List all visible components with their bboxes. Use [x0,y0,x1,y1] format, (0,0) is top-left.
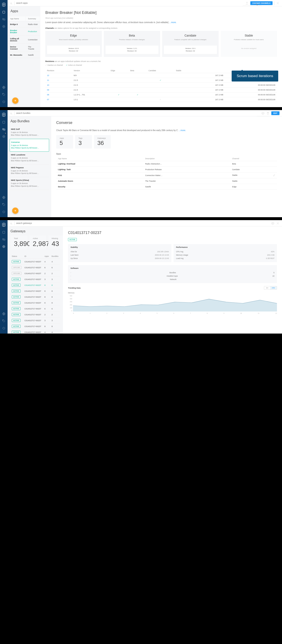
add-fab[interactable] [12,98,18,104]
app-row[interactable]: Breaker BreakerProduction [8,28,40,36]
nav-bundles-icon[interactable] [2,238,5,241]
revision-row[interactable]: 092.2.3167.2 MB00:00:00 09/23/2108 [45,88,277,92]
nav-bundles-icon[interactable] [2,18,5,21]
gateway-row[interactable]: OFFLINEC014013717-0023722 [10,270,60,276]
nav-gateways-icon[interactable] [2,25,5,28]
panel-title: Apps [7,9,40,16]
revision-row[interactable]: 071.0.1✓167.2 MB00:00:00 09/23/2108 [45,97,277,102]
revision-row[interactable]: 081.2.3+1…701✓✓167.2 MB00:00:00 09/23/21… [45,92,277,97]
software-row[interactable]: Network [70,278,275,281]
gateways-panel: Gateways Total3,890Active2,987Missing43 … [7,226,63,334]
nav-bundles-icon[interactable] [2,128,5,131]
search-input[interactable] [16,222,270,224]
gateway-row[interactable]: ACTIVEC014013717-0023744 [10,329,60,334]
gateway-row[interactable]: ACTIVEC014013717-0023733 [10,318,60,324]
app-row[interactable]: Lighting: OverheadRadio Abstraction…Beta [56,161,277,167]
nav-power-icon[interactable] [2,100,5,103]
bundle-item[interactable]: Converse5 apps on 36 devicesBlue Ribbon … [10,139,49,152]
revision-row[interactable]: 102.2.3167.2 MB00:00:00 09/23/2108 [45,83,277,88]
toggle-1hr[interactable]: 1hr [264,286,270,290]
screen-gateways: Gateways Total3,890Active2,987Missing43 … [0,220,282,334]
gateway-row[interactable]: ACTIVEC014013717-0023733 [10,276,60,282]
column-header: Revision [45,68,72,73]
edit-icon[interactable] [273,174,275,176]
svg-point-24 [10,223,12,224]
gateway-row[interactable]: OFFLINEC014013717-0023766 [10,265,60,270]
app-row[interactable]: SecuritySatellitEdge [56,184,277,190]
app-row[interactable]: Mr. MeeseeksSatellit [8,52,40,58]
logo-icon [2,223,6,227]
add-icon[interactable] [271,222,275,225]
nav-globe-icon[interactable] [2,86,5,89]
sidebar [0,110,7,217]
bundle-stats: Apps5Tags3Gateways36 [56,135,277,148]
channel-card[interactable]: BetaPreview release of tested changesVer… [104,31,160,57]
software-row[interactable]: Bundles5 [70,271,275,274]
gateway-row[interactable]: ACTIVEC014013717-0023766 [10,306,60,312]
search-input[interactable] [16,112,260,114]
gateway-row[interactable]: ACTIVEC014013717-0023744 [10,259,60,265]
edit-button[interactable]: EDIT [271,111,280,115]
column-header: Summary [26,16,40,21]
add-fab[interactable] [12,208,18,214]
svg-rect-2 [4,19,5,20]
gateway-row[interactable]: ACTIVEC014013717-0023788 [10,324,60,329]
nav-gateways-icon[interactable] [2,245,5,248]
column-header: App Name [8,16,25,21]
app-row[interactable]: Lighting: TaskProduction ReleaseCanidate [56,167,277,172]
time-toggle[interactable]: 1hr 24hr [264,286,277,290]
upload-icon[interactable] [245,2,249,5]
nav-power-icon[interactable] [2,326,5,330]
gateway-row[interactable]: ACTIVEC014013717-0023788 [10,282,60,288]
svg-point-4 [3,26,4,27]
change-channels-button[interactable]: CHANGE CHANNELS [250,1,273,5]
bundle-item[interactable]: NIKE Pegasus5 apps on 36 devicesBlue Rib… [10,164,49,177]
nav-power-icon[interactable] [2,210,5,214]
channel-card[interactable]: CanidateFeature complete with no planned… [162,31,219,57]
close-icon[interactable] [276,2,280,5]
svg-point-15 [10,113,12,114]
gateway-row[interactable]: ACTIVEC014013717-0023788 [10,300,60,306]
search-input[interactable] [16,2,244,4]
svg-rect-0 [3,11,5,14]
bundle-item[interactable]: NIKE Sports (China)5 apps on 36 devicesB… [10,177,49,190]
channel-card[interactable]: StablePolished release suitable for most… [221,31,277,57]
app-row[interactable]: Automatic DoorsThe TravelerStable [56,178,277,184]
stat-card: Tags3 [75,135,92,148]
more-link[interactable]: …more. [178,129,186,132]
nav-apps-icon[interactable] [2,231,5,234]
nav-globe-icon[interactable] [2,312,5,316]
close-icon[interactable] [276,222,280,225]
nav-globe-icon[interactable] [2,196,5,199]
bundles-panel: App Bundles NIKE Golf5 apps on 36 device… [7,116,51,217]
trending-heading: Trending Data [68,287,81,289]
gateway-row[interactable]: ACTIVEC014013717-0023722 [10,312,60,318]
column-header: Apps [43,254,50,259]
nav-tag-icon[interactable] [2,319,5,323]
add-icon[interactable] [261,112,265,115]
channel-card[interactable]: EdgeMost recent release, probably untest… [45,31,102,57]
nav-apps-icon[interactable] [2,10,5,14]
bundle-item[interactable]: NIKE Lavadome5 apps on 36 devicesBlue Ri… [10,152,49,164]
chart-label: Memory [68,292,277,294]
nav-tag-icon[interactable] [2,203,5,206]
info-row: Memory Usage230.3 KB [176,253,275,257]
app-row[interactable]: Device ConnectThe Travele [8,44,40,52]
column-header: Stable [174,68,196,73]
nav-apps-icon[interactable] [2,120,5,124]
nav-gateways-icon[interactable] [2,135,5,138]
app-row[interactable]: Bridge ItRadio Abstr [8,22,40,27]
revisions-label: Revisions are an apps individual updates… [45,60,277,62]
delete-icon[interactable] [266,112,270,115]
toggle-24hr[interactable]: 24hr [270,286,277,290]
app-row[interactable]: POSConneciton Maker…Stable [56,172,277,178]
performance-panel: Performance CPU Avg42%Memory Usage230.3 … [174,244,277,262]
more-link[interactable]: …more. [169,21,177,24]
stat-card: Active2,987 [29,235,46,250]
gateway-row[interactable]: ACTIVEC014013717-0023788 [10,294,60,300]
nav-tag-icon[interactable] [2,93,5,96]
gateway-row[interactable]: ACTIVEC014013717-0023788 [10,288,60,294]
app-row[interactable]: Calling all DevicesConneciton [8,36,40,44]
software-row[interactable]: Installed Apps22 [70,274,275,278]
bundle-item[interactable]: NIKE Golf5 apps on 36 devicesBlue Ribbon… [10,126,49,139]
